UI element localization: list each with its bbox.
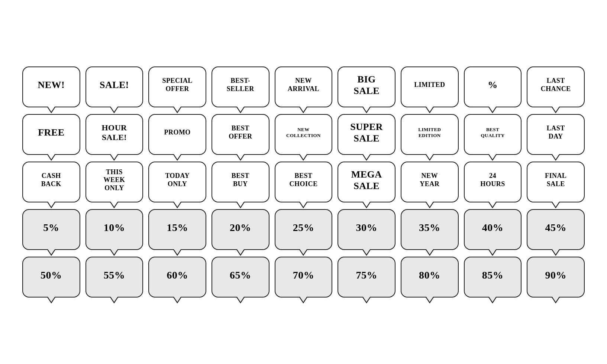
speech-bubble-24-hours: 24HOURS [464,162,522,202]
bubble-label-25pct: 25% [293,221,314,234]
bubble-label-special-offer: SPECIALOFFER [162,77,192,93]
speech-bubble-free: FREE [22,114,80,155]
speech-bubble-best-buy: BESTBUY [212,162,269,202]
speech-bubble-best-seller: BEST-SELLER [212,66,269,107]
speech-bubble-60pct: 60% [148,257,206,298]
speech-bubble-best-quality: BESTQUALITY [464,114,522,155]
bubble-label-24-hours: 24HOURS [480,172,505,188]
speech-bubble-final-sale: FINALSALE [527,162,585,202]
speech-bubble-special-offer: SPECIALOFFER [148,66,206,107]
speech-bubble-40pct: 40% [464,209,522,250]
bubble-label-last-day: LASTDAY [547,124,565,140]
bubble-label-new-collection: NEWCOLLECTION [286,127,321,138]
bubble-label-best-seller: BEST-SELLER [227,77,254,93]
speech-bubble-new-year: NEWYEAR [401,162,459,202]
speech-bubble-75pct: 75% [338,257,395,298]
bubble-label-40pct: 40% [482,221,503,234]
bubble-label-sale: SALE! [100,79,129,91]
speech-bubble-45pct: 45% [527,209,585,250]
speech-bubble-sale: SALE! [85,66,143,107]
bubble-label-super-sale: SUPERSALE [350,121,383,144]
bubble-label-cash-back: CASHBACK [41,172,61,188]
bubble-label-best-buy: BESTBUY [232,172,249,188]
speech-bubble-55pct: 55% [85,257,143,298]
speech-bubble-new-arrival: NEWARRIVAL [275,66,333,107]
bubble-label-85pct: 85% [482,269,503,282]
bubble-label-today-only: TODAYONLY [165,172,189,188]
speech-bubble-80pct: 80% [401,257,459,298]
bubble-label-80pct: 80% [419,269,440,282]
speech-bubble-90pct: 90% [527,257,585,298]
bubble-label-15pct: 15% [167,221,188,234]
bubble-label-percent: % [488,79,497,91]
speech-bubble-limited: LIMITED [401,66,459,107]
speech-bubble-mega-sale: MEGASALE [338,162,395,202]
bubble-label-best-offer: BESTOFFER [229,124,252,140]
bubble-label-20pct: 20% [230,221,251,234]
speech-bubble-20pct: 20% [212,209,269,250]
bubble-label-50pct: 50% [41,269,62,282]
bubble-label-65pct: 65% [230,269,251,282]
speech-bubble-5pct: 5% [22,209,80,250]
speech-bubble-15pct: 15% [148,209,206,250]
bubble-label-this-week-only: THISWEEKONLY [104,168,125,192]
bubble-label-best-quality: BESTQUALITY [481,127,504,138]
bubble-label-new-year: NEWYEAR [420,172,439,188]
bubble-label-limited: LIMITED [414,81,445,89]
bubble-label-free: FREE [38,127,64,138]
speech-bubble-last-day: LASTDAY [527,114,585,155]
bubble-label-new-arrival: NEWARRIVAL [288,77,319,93]
speech-bubble-cash-back: CASHBACK [22,162,80,202]
bubble-label-10pct: 10% [104,221,125,234]
speech-bubble-percent: % [464,66,522,107]
speech-bubble-best-choice: BESTCHOICE [275,162,333,202]
speech-bubble-new: NEW! [22,66,80,107]
bubble-label-60pct: 60% [167,269,188,282]
bubble-label-last-chance: LASTCHANCE [541,77,571,93]
speech-bubble-30pct: 30% [338,209,395,250]
bubble-label-best-choice: BESTCHOICE [290,172,318,188]
bubble-label-promo: PROMO [164,129,190,137]
speech-bubble-35pct: 35% [401,209,459,250]
speech-bubble-best-offer: BESTOFFER [212,114,269,155]
speech-bubble-new-collection: NEWCOLLECTION [275,114,333,155]
bubble-label-30pct: 30% [356,221,377,234]
bubble-label-mega-sale: MEGASALE [351,169,382,192]
bubble-label-75pct: 75% [356,269,377,282]
speech-bubble-70pct: 70% [275,257,333,298]
speech-bubble-50pct: 50% [22,257,80,298]
speech-bubble-65pct: 65% [212,257,269,298]
speech-bubble-big-sale: BIGSALE [338,66,395,107]
bubble-label-hour-sale: HOURSALE! [102,123,127,143]
speech-bubble-super-sale: SUPERSALE [338,114,395,155]
speech-bubble-limited-edition: LIMITEDEDITION [401,114,459,155]
speech-bubble-hour-sale: HOURSALE! [85,114,143,155]
speech-bubble-last-chance: LASTCHANCE [527,66,585,107]
bubble-label-55pct: 55% [104,269,125,282]
speech-bubble-this-week-only: THISWEEKONLY [85,162,143,202]
bubble-label-45pct: 45% [545,221,566,234]
bubble-label-final-sale: FINALSALE [545,172,566,188]
bubble-label-70pct: 70% [293,269,314,282]
speech-bubble-25pct: 25% [275,209,333,250]
speech-bubble-today-only: TODAYONLY [148,162,206,202]
bubble-label-limited-edition: LIMITEDEDITION [418,127,441,138]
speech-bubble-85pct: 85% [464,257,522,298]
bubble-label-35pct: 35% [419,221,440,234]
speech-bubble-10pct: 10% [85,209,143,250]
speech-bubble-promo: PROMO [148,114,206,155]
bubble-label-90pct: 90% [545,269,566,282]
bubble-label-5pct: 5% [43,221,59,234]
bubble-label-big-sale: BIGSALE [353,74,380,97]
bubble-label-new: NEW! [38,79,65,91]
bubble-grid: NEW!SALE!SPECIALOFFERBEST-SELLERNEWARRIV… [0,52,607,312]
